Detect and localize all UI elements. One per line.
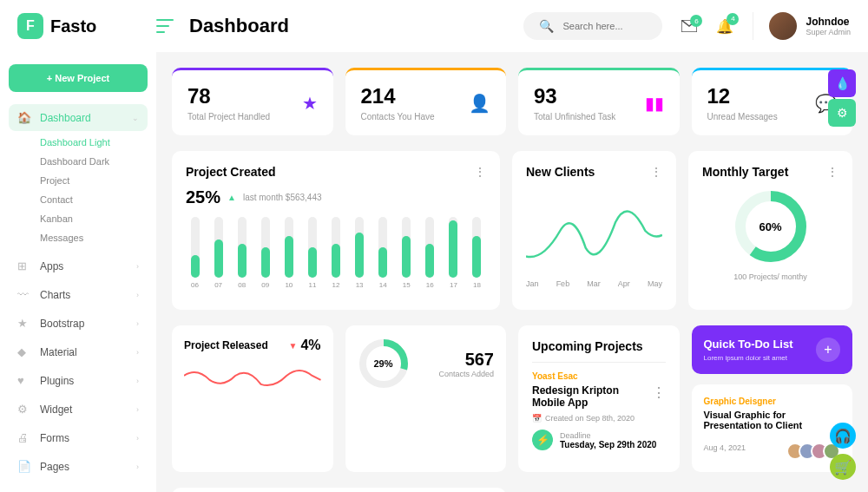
- user-role: Super Admin: [806, 28, 851, 36]
- chevron-right-icon: ›: [136, 405, 139, 414]
- search-icon: 🔍: [539, 19, 554, 33]
- todo-item-card: Graphic Deisgner Visual Graphic for Pres…: [692, 384, 853, 472]
- submenu-dashboard-dark[interactable]: Dashboard Dark: [40, 152, 148, 171]
- hamburger-icon[interactable]: [156, 19, 174, 33]
- submenu-messages[interactable]: Messages: [40, 228, 148, 247]
- logo[interactable]: F Fasto: [17, 13, 156, 39]
- stat-card: 93 Total Unfinished Task ▮▮: [518, 68, 680, 135]
- layers-icon: ◆: [17, 345, 31, 358]
- chevron-right-icon: ›: [136, 462, 139, 471]
- page-title: Dashboard: [189, 15, 289, 37]
- card-title: Project Released: [184, 339, 268, 351]
- donut-value: 60%: [759, 220, 781, 233]
- chevron-right-icon: ›: [136, 348, 139, 357]
- sidebar: + New Project 🏠 Dashboard ⌄ Dashboard Li…: [0, 52, 156, 492]
- chevron-down-icon: ⌄: [132, 114, 139, 122]
- stat-card: 214 Contacts You Have 👤: [345, 68, 507, 135]
- print-icon: 🖨: [17, 431, 31, 444]
- kebab-icon[interactable]: ⋮: [826, 165, 838, 179]
- search-box[interactable]: 🔍: [523, 12, 662, 40]
- sidebar-item-plugins[interactable]: ♥Plugins›: [9, 367, 148, 394]
- sparkline: [184, 358, 321, 393]
- stat-icon: ★: [302, 93, 318, 114]
- card-title: Project Created: [186, 165, 486, 179]
- upcoming-projects-card: Upcoming Projects Yoast Esac Redesign Kr…: [518, 325, 680, 472]
- kebab-icon[interactable]: ⋮: [652, 384, 666, 414]
- submenu-contact[interactable]: Contact: [40, 190, 148, 209]
- project-released-card: Project Released ▼ 4%: [172, 325, 333, 472]
- sidebar-item-pages[interactable]: 📄Pages›: [9, 453, 148, 480]
- chevron-right-icon: ›: [136, 291, 139, 299]
- card-title: New Clients: [526, 165, 662, 179]
- home-icon: 🏠: [17, 111, 31, 124]
- sidebar-item-dashboard[interactable]: 🏠 Dashboard ⌄: [9, 104, 148, 131]
- sidebar-item-material[interactable]: ◆Material›: [9, 338, 148, 365]
- kebab-icon[interactable]: ⋮: [650, 165, 662, 179]
- mini-donut-value: 29%: [373, 358, 392, 369]
- card-title: Upcoming Projects: [532, 339, 666, 353]
- user-name: Johndoe: [806, 16, 851, 28]
- contacts-label: Contacts Added: [420, 370, 495, 378]
- bolt-icon: ⚡: [532, 430, 553, 450]
- sidebar-item-bootstrap[interactable]: ★Bootstrap›: [9, 310, 148, 337]
- subtext: last month $563,443: [243, 193, 322, 202]
- search-input[interactable]: [562, 21, 647, 31]
- sidebar-item-apps[interactable]: ⊞Apps›: [9, 253, 148, 279]
- recent-messages-card: Recent Messages + New Message Laura Chya…: [172, 488, 506, 492]
- submenu-project[interactable]: Project: [40, 171, 148, 190]
- project-client: Yoast Esac: [532, 371, 666, 381]
- deadline-label: Deadline: [560, 431, 656, 440]
- new-clients-card: New Clients ⋮ JanFebMarAprMay: [512, 151, 676, 310]
- star-icon: ★: [17, 317, 31, 330]
- sidebar-submenu: Dashboard Light Dashboard Dark Project C…: [9, 133, 148, 247]
- percent-value: 4%: [300, 338, 320, 353]
- logo-icon: F: [17, 13, 43, 39]
- bell-notif[interactable]: 🔔 4: [716, 18, 733, 35]
- user-menu[interactable]: Johndoe Super Admin: [753, 12, 851, 40]
- todo-date: Aug 4, 2021: [704, 443, 746, 452]
- stat-label: Total Project Handled: [187, 112, 318, 121]
- stat-label: Total Unfinished Task: [534, 112, 664, 121]
- contacts-added-card: 29% 567 Contacts Added: [345, 325, 507, 472]
- theme-button[interactable]: 💧: [828, 69, 856, 97]
- page-icon: 📄: [17, 460, 31, 473]
- stat-label: Contacts You Have: [361, 112, 491, 121]
- avatar: [769, 12, 797, 40]
- add-todo-button[interactable]: +: [816, 338, 840, 362]
- stat-icon: 👤: [469, 93, 490, 114]
- messages-badge: 6: [690, 15, 702, 27]
- sidebar-item-forms[interactable]: 🖨Forms›: [9, 424, 148, 451]
- cart-button[interactable]: 🛒: [830, 454, 856, 480]
- support-button[interactable]: 🎧: [830, 423, 856, 449]
- triangle-up-icon: ▲: [227, 193, 236, 202]
- submenu-kanban[interactable]: Kanban: [40, 209, 148, 228]
- chevron-right-icon: ›: [136, 377, 139, 385]
- monthly-target-card: Monthly Target ⋮ 60% 100 Projects/ month…: [688, 151, 852, 310]
- grid-icon: ⊞: [17, 259, 31, 272]
- settings-button[interactable]: ⚙: [828, 99, 856, 127]
- line-chart: [526, 187, 662, 274]
- project-created-card: Project Created ⋮ 25% ▲ last month $563,…: [172, 151, 500, 310]
- submenu-dashboard-light[interactable]: Dashboard Light: [40, 133, 148, 152]
- donut-label: 100 Projects/ monthy: [733, 272, 807, 281]
- todo-category: Graphic Deisgner: [704, 397, 841, 406]
- stat-icon: ▮▮: [645, 93, 664, 114]
- sidebar-item-charts[interactable]: 〰Charts›: [9, 281, 148, 308]
- todo-header-card: Quick To-Do List Lorem ipsum dolor sit a…: [692, 325, 853, 374]
- kebab-icon[interactable]: ⋮: [474, 165, 486, 179]
- todo-task: Visual Graphic for Presentation to Clien…: [704, 410, 841, 430]
- sidebar-item-widget[interactable]: ⚙Widget›: [9, 396, 148, 423]
- chevron-right-icon: ›: [136, 262, 139, 271]
- messages-notif[interactable]: 6: [681, 20, 697, 32]
- percent-value: 25%: [186, 187, 220, 207]
- new-project-button[interactable]: + New Project: [9, 64, 148, 92]
- gear-icon: ⚙: [17, 403, 31, 416]
- chart-icon: 〰: [17, 288, 31, 301]
- card-title: Monthly Target: [702, 165, 838, 179]
- chevron-right-icon: ›: [136, 434, 139, 443]
- stat-label: Unread Messages: [707, 112, 838, 121]
- contacts-value: 567: [420, 350, 495, 370]
- chevron-right-icon: ›: [136, 319, 139, 328]
- calendar-icon: 📅: [532, 414, 542, 423]
- heart-icon: ♥: [17, 374, 31, 387]
